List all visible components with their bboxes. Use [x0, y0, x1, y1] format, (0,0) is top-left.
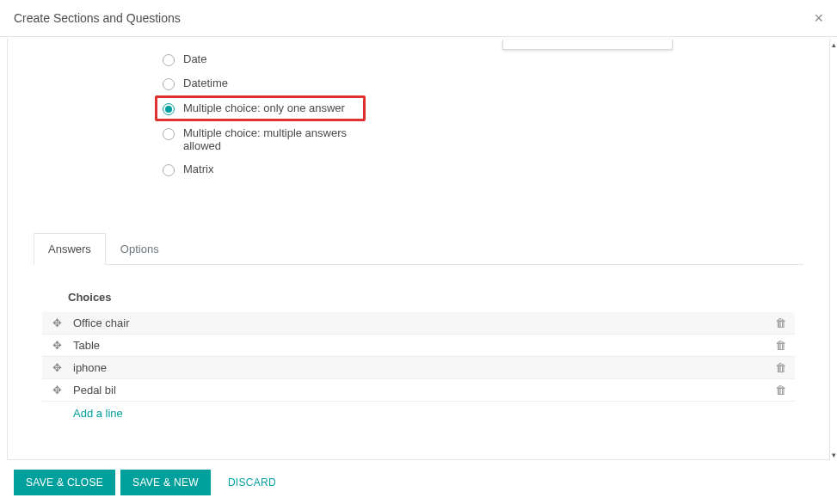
choice-text[interactable]: iphone: [73, 361, 774, 374]
choice-text[interactable]: Office chair: [73, 317, 774, 329]
drag-icon[interactable]: ✥: [51, 361, 63, 374]
question-type-mc-one[interactable]: Multiple choice: only one answer: [155, 95, 366, 121]
choices-header: Choices: [42, 291, 795, 312]
tabs: Answers Options: [34, 233, 803, 265]
add-line-link[interactable]: Add a line: [73, 407, 123, 420]
scroll-arrow-up-icon[interactable]: ▴: [832, 40, 836, 49]
choice-text[interactable]: Table: [73, 339, 774, 352]
question-type-label: Multiple choice: only one answer: [183, 101, 345, 114]
choice-row[interactable]: ✥ iphone 🗑: [42, 357, 795, 379]
question-type-group: Date Datetime Multiple choice: only one …: [8, 39, 829, 190]
discard-button[interactable]: Discard: [216, 470, 288, 495]
question-type-label: Multiple choice: multiple answers allowe…: [183, 126, 355, 152]
modal-footer: Save & Close Save & New Discard: [0, 461, 837, 504]
trash-icon[interactable]: 🗑: [774, 361, 786, 374]
drag-icon[interactable]: ✥: [51, 317, 63, 329]
radio-icon: [163, 103, 175, 115]
question-type-label: Date: [183, 52, 206, 65]
tab-answers[interactable]: Answers: [34, 233, 106, 265]
radio-icon: [163, 164, 175, 176]
question-type-mc-multi[interactable]: Multiple choice: multiple answers allowe…: [163, 121, 829, 157]
question-type-label: Matrix: [183, 163, 213, 175]
radio-icon: [163, 54, 175, 66]
modal-header: Create Sections and Questions ×: [0, 0, 837, 37]
save-new-button[interactable]: Save & New: [120, 470, 211, 495]
choice-row[interactable]: ✥ Table 🗑: [42, 335, 795, 357]
question-type-datetime[interactable]: Datetime: [163, 71, 829, 95]
radio-icon: [163, 128, 175, 140]
scroll-arrow-down-icon[interactable]: ▾: [832, 451, 836, 459]
question-type-date[interactable]: Date: [163, 47, 829, 71]
modal-body: Date Datetime Multiple choice: only one …: [0, 39, 837, 461]
choice-row[interactable]: ✥ Office chair 🗑: [42, 312, 795, 335]
tab-content-answers: Choices ✥ Office chair 🗑 ✥ Table 🗑 ✥ iph…: [34, 265, 803, 425]
drag-icon[interactable]: ✥: [51, 339, 63, 352]
close-icon[interactable]: ×: [814, 10, 823, 26]
modal-title: Create Sections and Questions: [14, 11, 181, 25]
radio-icon: [163, 78, 175, 90]
save-close-button[interactable]: Save & Close: [14, 470, 115, 495]
drag-icon[interactable]: ✥: [51, 384, 63, 396]
trash-icon[interactable]: 🗑: [774, 339, 786, 352]
choice-row[interactable]: ✥ Pedal bil 🗑: [42, 379, 795, 402]
tab-options[interactable]: Options: [106, 233, 174, 264]
question-type-matrix[interactable]: Matrix: [163, 157, 829, 181]
trash-icon[interactable]: 🗑: [774, 384, 786, 396]
question-type-label: Datetime: [183, 77, 228, 89]
add-line-row: Add a line: [42, 402, 795, 425]
trash-icon[interactable]: 🗑: [774, 317, 786, 329]
choice-text[interactable]: Pedal bil: [73, 384, 774, 396]
